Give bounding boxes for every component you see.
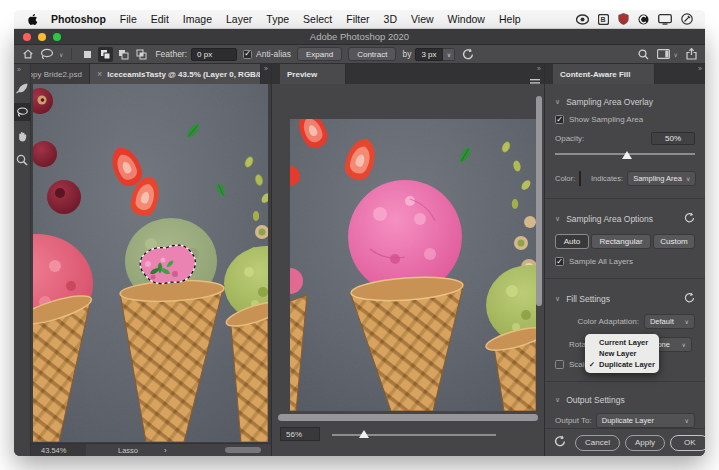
b-app-icon[interactable]: B [598,14,609,25]
lasso-tool-preset[interactable]: ∨ [40,48,63,60]
sampling-auto-button[interactable]: Auto [555,234,589,249]
close-tab-icon[interactable]: × [97,69,102,79]
section-fill-settings[interactable]: ∨ Fill Settings [555,292,695,306]
menu-view[interactable]: View [404,13,441,25]
chevron-down-icon: ∨ [685,417,689,424]
add-to-selection-icon[interactable] [98,47,113,62]
check-icon: ✓ [589,361,595,369]
document-canvas[interactable] [31,84,271,443]
reset-all-icon[interactable] [553,434,566,452]
section-sampling-area-options[interactable]: ∨ Sampling Area Options [555,212,695,226]
menu-window[interactable]: Window [441,13,492,25]
collapse-tools-icon[interactable]: » [14,66,21,73]
indicates-label: Indicates: [591,174,623,183]
healing-brush-tool[interactable] [14,79,31,97]
hand-tool[interactable] [14,127,31,145]
section-sampling-area-overlay[interactable]: ∨ Sampling Area Overlay [555,97,695,107]
reset-tool-icon[interactable] [461,48,474,61]
status-chevron-icon[interactable]: › [164,446,167,455]
menu-photoshop[interactable]: Photoshop [44,13,113,25]
cancel-button[interactable]: Cancel [575,435,620,451]
sampling-custom-button[interactable]: Custom [653,234,695,249]
menu-file[interactable]: File [113,13,144,25]
menu-layer[interactable]: Layer [219,13,259,25]
search-icon[interactable] [638,49,649,60]
spotlight-tool-icon[interactable] [681,13,693,25]
section-output-settings[interactable]: ∨ Output Settings [555,395,695,405]
workspace: » appy Bride2.psd × IceceamIsTasty @ 43.… [14,64,705,456]
preview-horizontal-scrollbar[interactable] [272,411,544,424]
menu-type[interactable]: Type [259,13,296,25]
sampling-rectangular-button[interactable]: Rectangular [591,234,651,249]
color-adaptation-dropdown[interactable]: Default ∨ [644,314,695,329]
menu-item-new-layer[interactable]: New Layer [585,348,659,359]
menu-item-duplicate-layer[interactable]: ✓ Duplicate Layer [585,359,659,370]
sample-all-layers-checkbox[interactable]: ✓ [555,257,564,266]
apple-menu-icon[interactable] [22,13,44,25]
shield-icon[interactable] [618,13,629,25]
share-icon[interactable] [686,48,697,60]
selection-marching-ants[interactable] [140,245,195,283]
overlay-color-swatch[interactable] [579,171,581,186]
horizontal-scrollbar-thumb[interactable] [225,447,261,453]
document-tab-inactive[interactable]: appy Bride2.psd [31,64,90,84]
preview-zoom-field[interactable]: 56% [280,427,320,441]
display-icon[interactable] [658,14,672,25]
scale-checkbox[interactable] [555,360,564,369]
slider-thumb[interactable] [622,151,632,159]
window-titlebar[interactable]: Adobe Photoshop 2020 [14,29,705,45]
menu-select[interactable]: Select [296,13,339,25]
ok-button[interactable]: OK [670,435,705,451]
chevron-down-icon: ∨ [555,295,560,303]
new-selection-icon[interactable] [80,47,95,62]
feather-input[interactable]: 0 px [191,48,237,61]
apply-button[interactable]: Apply [625,435,665,451]
menu-edit[interactable]: Edit [144,13,176,25]
antialias-checkbox[interactable]: ✓ [243,50,252,59]
menu-item-current-layer[interactable]: Current Layer [585,337,659,348]
reset-section-icon[interactable] [683,292,695,306]
document-image[interactable] [33,84,268,442]
menu-image[interactable]: Image [176,13,219,25]
contract-button[interactable]: Contract [348,47,396,61]
preview-zoom-controls: 56% [272,424,544,444]
subtract-from-selection-icon[interactable] [116,47,131,62]
workspace-switcher-icon[interactable]: ∨ [657,49,678,59]
chevron-down-icon: ∨ [447,51,451,58]
collapse-preview-icon[interactable]: » [537,65,541,72]
by-amount-dropdown[interactable]: 3 px ∨ [415,48,455,61]
reset-section-icon[interactable] [683,212,695,226]
scrollbar-thumb[interactable] [278,414,538,421]
vertical-scrollbar-thumb[interactable] [536,96,542,306]
intersect-selection-icon[interactable] [134,47,149,62]
lasso-tool[interactable] [14,103,31,121]
zoom-level-field[interactable]: 43.54% [31,444,86,456]
collapse-panel-icon[interactable]: » [698,65,702,72]
home-icon[interactable] [22,48,34,60]
menubar-status-icons: B [576,13,697,25]
document-status-bar: 43.54% Lasso › [31,443,271,456]
screen-record-icon[interactable] [576,14,589,25]
preview-zoom-slider[interactable] [332,427,536,441]
opacity-value-field[interactable]: 50% [651,132,695,145]
zoom-tool[interactable] [14,151,31,169]
menu-help[interactable]: Help [492,13,528,25]
c-app-icon[interactable] [638,14,649,25]
document-tab-active[interactable]: × IceceamIsTasty @ 43.5% (Layer 0, RGB/8… [90,64,261,84]
menu-filter[interactable]: Filter [339,13,376,25]
document-pane: appy Bride2.psd × IceceamIsTasty @ 43.5%… [31,64,272,456]
show-sampling-area-checkbox[interactable]: ✓ [555,115,564,124]
selection-mode-group [80,47,149,62]
preview-canvas[interactable] [272,84,544,411]
slider-thumb[interactable] [359,430,369,438]
more-tabs-icon[interactable]: » [264,65,268,72]
output-to-dropdown[interactable]: Duplicate Layer ∨ [596,413,695,428]
desktop: Photoshop File Edit Image Layer Type Sel… [0,0,719,470]
chevron-down-icon: ∨ [685,318,689,325]
indicates-dropdown[interactable]: Sampling Area ∨ [627,171,696,186]
menu-3d[interactable]: 3D [377,13,404,25]
expand-button[interactable]: Expand [297,47,342,61]
tab-preview[interactable]: Preview [280,64,346,84]
tab-content-aware-fill[interactable]: Content-Aware Fill [553,64,655,84]
opacity-slider[interactable] [555,151,695,163]
